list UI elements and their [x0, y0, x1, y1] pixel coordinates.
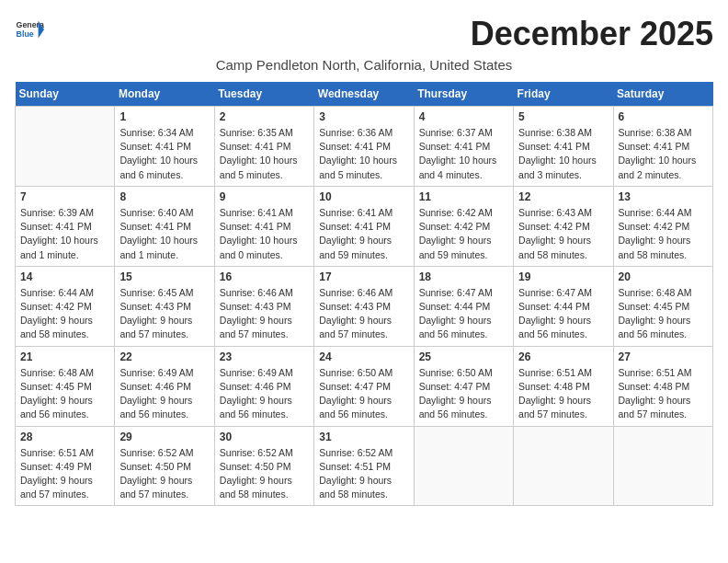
day-info: Sunrise: 6:39 AMSunset: 4:41 PMDaylight:…: [20, 206, 109, 262]
calendar-cell: [414, 426, 513, 506]
day-info: Sunrise: 6:48 AMSunset: 4:45 PMDaylight:…: [619, 286, 708, 342]
day-number: 11: [419, 190, 508, 203]
calendar-cell: 3Sunrise: 6:36 AMSunset: 4:41 PMDaylight…: [314, 107, 414, 187]
calendar-cell: 29Sunrise: 6:52 AMSunset: 4:50 PMDayligh…: [115, 426, 214, 506]
day-number: 13: [619, 190, 708, 203]
weekday-header-sunday: Sunday: [16, 82, 115, 107]
day-number: 21: [20, 350, 109, 363]
weekday-header-wednesday: Wednesday: [314, 82, 414, 107]
calendar-cell: 19Sunrise: 6:47 AMSunset: 4:44 PMDayligh…: [514, 266, 613, 346]
calendar-cell: 12Sunrise: 6:43 AMSunset: 4:42 PMDayligh…: [514, 186, 613, 266]
day-number: 10: [319, 190, 408, 203]
day-info: Sunrise: 6:52 AMSunset: 4:51 PMDaylight:…: [319, 446, 408, 502]
svg-text:Blue: Blue: [17, 29, 34, 39]
day-number: 12: [518, 190, 608, 203]
day-number: 24: [319, 350, 408, 363]
day-info: Sunrise: 6:48 AMSunset: 4:45 PMDaylight:…: [20, 366, 109, 422]
day-number: 23: [220, 350, 309, 363]
calendar-cell: 2Sunrise: 6:35 AMSunset: 4:41 PMDaylight…: [214, 107, 313, 187]
day-number: 26: [518, 350, 608, 363]
day-number: 15: [119, 270, 209, 283]
calendar-cell: 14Sunrise: 6:44 AMSunset: 4:42 PMDayligh…: [16, 266, 115, 346]
calendar-cell: 22Sunrise: 6:49 AMSunset: 4:46 PMDayligh…: [115, 346, 214, 426]
day-number: 27: [619, 350, 708, 363]
day-info: Sunrise: 6:51 AMSunset: 4:48 PMDaylight:…: [619, 366, 708, 422]
day-info: Sunrise: 6:41 AMSunset: 4:41 PMDaylight:…: [220, 206, 309, 262]
calendar-cell: 11Sunrise: 6:42 AMSunset: 4:42 PMDayligh…: [414, 186, 513, 266]
day-info: Sunrise: 6:52 AMSunset: 4:50 PMDaylight:…: [119, 446, 209, 502]
day-info: Sunrise: 6:51 AMSunset: 4:49 PMDaylight:…: [20, 446, 109, 502]
calendar-cell: 18Sunrise: 6:47 AMSunset: 4:44 PMDayligh…: [414, 266, 513, 346]
day-number: 29: [119, 431, 209, 443]
day-info: Sunrise: 6:49 AMSunset: 4:46 PMDaylight:…: [220, 366, 309, 422]
day-info: Sunrise: 6:44 AMSunset: 4:42 PMDaylight:…: [619, 206, 708, 262]
day-info: Sunrise: 6:34 AMSunset: 4:41 PMDaylight:…: [119, 126, 209, 182]
calendar-cell: 16Sunrise: 6:46 AMSunset: 4:43 PMDayligh…: [214, 266, 313, 346]
day-info: Sunrise: 6:44 AMSunset: 4:42 PMDaylight:…: [20, 286, 109, 342]
calendar-cell: 25Sunrise: 6:50 AMSunset: 4:47 PMDayligh…: [414, 346, 513, 426]
calendar-cell: 28Sunrise: 6:51 AMSunset: 4:49 PMDayligh…: [16, 426, 115, 506]
day-number: 20: [619, 270, 708, 283]
day-number: 1: [119, 110, 209, 123]
calendar-cell: 27Sunrise: 6:51 AMSunset: 4:48 PMDayligh…: [613, 346, 712, 426]
calendar-cell: 13Sunrise: 6:44 AMSunset: 4:42 PMDayligh…: [613, 186, 712, 266]
calendar-cell: 17Sunrise: 6:46 AMSunset: 4:43 PMDayligh…: [314, 266, 414, 346]
day-info: Sunrise: 6:46 AMSunset: 4:43 PMDaylight:…: [319, 286, 408, 342]
day-number: 28: [20, 431, 109, 443]
day-number: 22: [119, 350, 209, 363]
day-number: 18: [419, 270, 508, 283]
calendar-cell: 24Sunrise: 6:50 AMSunset: 4:47 PMDayligh…: [314, 346, 414, 426]
day-info: Sunrise: 6:49 AMSunset: 4:46 PMDaylight:…: [119, 366, 209, 422]
day-number: 5: [518, 110, 608, 123]
calendar-week-2: 14Sunrise: 6:44 AMSunset: 4:42 PMDayligh…: [16, 266, 713, 346]
day-number: 16: [220, 270, 309, 283]
calendar-week-3: 21Sunrise: 6:48 AMSunset: 4:45 PMDayligh…: [16, 346, 713, 426]
day-info: Sunrise: 6:50 AMSunset: 4:47 PMDaylight:…: [319, 366, 408, 422]
calendar-cell: 10Sunrise: 6:41 AMSunset: 4:41 PMDayligh…: [314, 186, 414, 266]
calendar-cell: 9Sunrise: 6:41 AMSunset: 4:41 PMDaylight…: [214, 186, 313, 266]
weekday-header-tuesday: Tuesday: [214, 82, 313, 107]
calendar-cell: 20Sunrise: 6:48 AMSunset: 4:45 PMDayligh…: [613, 266, 712, 346]
calendar-cell: 30Sunrise: 6:52 AMSunset: 4:50 PMDayligh…: [214, 426, 313, 506]
weekday-header-saturday: Saturday: [613, 82, 712, 107]
weekday-header-friday: Friday: [514, 82, 613, 107]
day-number: 17: [319, 270, 408, 283]
day-number: 31: [319, 431, 408, 443]
calendar-cell: 6Sunrise: 6:38 AMSunset: 4:41 PMDaylight…: [613, 107, 712, 187]
calendar-cell: [613, 426, 712, 506]
day-info: Sunrise: 6:37 AMSunset: 4:41 PMDaylight:…: [419, 126, 508, 182]
day-info: Sunrise: 6:38 AMSunset: 4:41 PMDaylight:…: [518, 126, 608, 182]
calendar-cell: 21Sunrise: 6:48 AMSunset: 4:45 PMDayligh…: [16, 346, 115, 426]
calendar-cell: 1Sunrise: 6:34 AMSunset: 4:41 PMDaylight…: [115, 107, 214, 187]
day-info: Sunrise: 6:45 AMSunset: 4:43 PMDaylight:…: [119, 286, 209, 342]
day-info: Sunrise: 6:52 AMSunset: 4:50 PMDaylight:…: [220, 446, 309, 502]
calendar-table: SundayMondayTuesdayWednesdayThursdayFrid…: [15, 82, 713, 506]
day-info: Sunrise: 6:43 AMSunset: 4:42 PMDaylight:…: [518, 206, 608, 262]
day-number: 6: [619, 110, 708, 123]
day-info: Sunrise: 6:50 AMSunset: 4:47 PMDaylight:…: [419, 366, 508, 422]
calendar-cell: [16, 107, 115, 187]
calendar-cell: 7Sunrise: 6:39 AMSunset: 4:41 PMDaylight…: [16, 186, 115, 266]
calendar-week-0: 1Sunrise: 6:34 AMSunset: 4:41 PMDaylight…: [16, 107, 713, 187]
day-info: Sunrise: 6:46 AMSunset: 4:43 PMDaylight:…: [220, 286, 309, 342]
weekday-header-monday: Monday: [115, 82, 214, 107]
calendar-cell: 31Sunrise: 6:52 AMSunset: 4:51 PMDayligh…: [314, 426, 414, 506]
day-number: 2: [220, 110, 309, 123]
day-number: 8: [119, 190, 209, 203]
day-info: Sunrise: 6:36 AMSunset: 4:41 PMDaylight:…: [319, 126, 408, 182]
day-info: Sunrise: 6:51 AMSunset: 4:48 PMDaylight:…: [518, 366, 608, 422]
calendar-cell: 8Sunrise: 6:40 AMSunset: 4:41 PMDaylight…: [115, 186, 214, 266]
month-title: December 2025: [471, 15, 713, 53]
day-number: 30: [220, 431, 309, 443]
day-info: Sunrise: 6:41 AMSunset: 4:41 PMDaylight:…: [319, 206, 408, 262]
calendar-cell: 23Sunrise: 6:49 AMSunset: 4:46 PMDayligh…: [214, 346, 313, 426]
calendar-cell: [514, 426, 613, 506]
day-info: Sunrise: 6:42 AMSunset: 4:42 PMDaylight:…: [419, 206, 508, 262]
calendar-cell: 4Sunrise: 6:37 AMSunset: 4:41 PMDaylight…: [414, 107, 513, 187]
calendar-week-1: 7Sunrise: 6:39 AMSunset: 4:41 PMDaylight…: [16, 186, 713, 266]
day-number: 7: [20, 190, 109, 203]
day-info: Sunrise: 6:47 AMSunset: 4:44 PMDaylight:…: [518, 286, 608, 342]
day-number: 14: [20, 270, 109, 283]
weekday-header-thursday: Thursday: [414, 82, 513, 107]
day-info: Sunrise: 6:35 AMSunset: 4:41 PMDaylight:…: [220, 126, 309, 182]
